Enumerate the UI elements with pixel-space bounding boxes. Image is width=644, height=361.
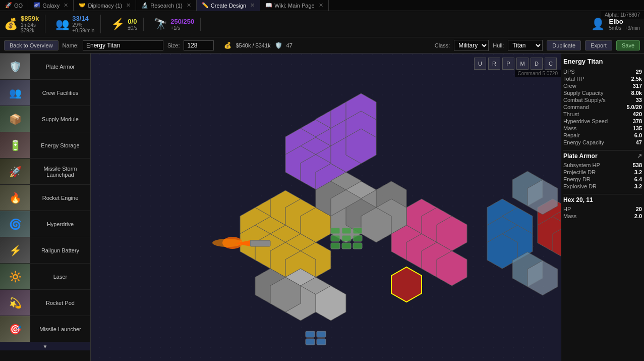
credits-time: 1m24s [21, 22, 39, 28]
energy-icon: ⚡ [111, 18, 125, 31]
redo-button[interactable]: R [488, 58, 500, 70]
stat-mass: Mass 135 [563, 125, 642, 132]
duplicate-button[interactable]: Duplicate [547, 40, 581, 50]
toolbar: Back to Overview Name: Size: 💰 $540k / $… [0, 37, 644, 54]
tab-close-diplomacy[interactable]: ✕ [126, 2, 131, 9]
tab-go[interactable]: 🚀 GO [0, 0, 28, 11]
ship-design-canvas[interactable]: U R P M D C Command 5.0720 [91, 54, 561, 361]
population-pct: 29% [72, 22, 94, 28]
credits-icon: 💰 [4, 18, 18, 31]
class-label: Class: [435, 42, 450, 48]
component-rocket-engine[interactable]: 🔥 Rocket Engine [0, 185, 90, 211]
plate-armor-cursor: ↗ [637, 152, 642, 160]
credits-value: $859k [21, 15, 39, 22]
hyperdrive-thumbnail: 🌀 [0, 211, 30, 237]
missile-launcher-thumbnail: 🎯 [0, 316, 30, 342]
save-button[interactable]: Save [616, 40, 640, 50]
ship-name-input[interactable] [83, 40, 163, 50]
research-group: 🔭 250/250 +1/s [154, 18, 201, 31]
svg-rect-84 [353, 235, 362, 241]
scroll-down-button[interactable]: ▼ [0, 342, 90, 350]
stat-explosive-dr: Explosive DR 3.2 [563, 183, 642, 190]
svg-rect-87 [353, 243, 362, 249]
hex-info-title: Hex 20, 11 [563, 196, 642, 203]
user-icon: 👤 [591, 18, 605, 31]
crew-facilities-thumbnail: 👥 [0, 80, 30, 106]
rocket-engine-thumbnail: 🔥 [0, 185, 30, 211]
svg-rect-88 [306, 331, 315, 337]
tab-close-wiki[interactable]: ✕ [319, 2, 323, 9]
rocket-engine-label: Rocket Engine [30, 195, 90, 201]
component-energy-storage[interactable]: 🔋 Energy Storage [0, 132, 90, 159]
center-button[interactable]: C [545, 58, 557, 70]
population-group: 👥 33/14 29% +0.59/min [55, 15, 101, 33]
component-railgun-battery[interactable]: ⚡ Railgun Battery [0, 237, 90, 264]
stat-projectile-dr: Projectile DR 3.2 [563, 169, 642, 176]
tab-wiki[interactable]: 📖 Wiki: Main Page ✕ [260, 0, 328, 11]
hull-select[interactable]: Titan Cruiser Frigate [508, 40, 543, 51]
undo-button[interactable]: U [474, 58, 486, 70]
svg-rect-85 [331, 243, 340, 249]
svg-rect-82 [331, 235, 340, 241]
stat-supply-capacity: Supply Capacity 8.0k [563, 89, 642, 96]
tab-galaxy[interactable]: 🌌 Galaxy ✕ [28, 0, 74, 11]
canvas-controls: U R P M D C [474, 58, 557, 70]
missile-storm-label: Missile Storm Launchpad [30, 166, 90, 178]
tab-close-galaxy[interactable]: ✕ [64, 2, 68, 9]
laser-thumbnail: 🔆 [0, 264, 30, 290]
component-supply-module[interactable]: 📦 Supply Module [0, 106, 90, 132]
svg-rect-79 [331, 228, 340, 234]
railgun-battery-label: Railgun Battery [30, 247, 90, 253]
delete-button[interactable]: D [531, 58, 543, 70]
component-laser[interactable]: 🔆 Laser [0, 264, 90, 290]
research-icon: 🔬 [141, 2, 148, 9]
component-crew-facilities[interactable]: 👥 Crew Facilities [0, 80, 90, 106]
component-hyperdrive[interactable]: 🌀 Hyperdrive [0, 211, 90, 237]
export-button[interactable]: Export [585, 40, 612, 50]
component-missile-storm[interactable]: 🚀 Missile Storm Launchpad [0, 159, 90, 185]
plate-armor-section-title: Plate Armor ↗ [563, 150, 642, 160]
shield-value: 47 [286, 42, 292, 48]
missile-storm-thumbnail: 🚀 [0, 159, 30, 185]
user-group: 👤 Eibo 5m0s +9/min [591, 18, 640, 31]
tab-research[interactable]: 🔬 Research (1) ✕ [136, 0, 197, 11]
research-rate: +1/s [170, 25, 194, 31]
population-icon: 👥 [55, 18, 69, 31]
research-icon: 🔭 [154, 18, 167, 31]
research-value: 250/250 [170, 18, 194, 25]
version-display: Command 5.0720 [515, 70, 561, 77]
energy-rate: ±0/s [128, 25, 137, 31]
diplomacy-icon: 🤝 [79, 2, 86, 9]
main-content: 🛡️ Plate Armor 👥 Crew Facilities 📦 Suppl… [0, 54, 644, 361]
population-rate: +0.59/min [72, 28, 94, 33]
pan-button[interactable]: P [502, 58, 514, 70]
class-select[interactable]: Military Civilian [454, 40, 489, 51]
tab-close-design[interactable]: ✕ [250, 2, 255, 9]
mirror-button[interactable]: M [516, 58, 529, 70]
component-missile-launcher[interactable]: 🎯 Missile Launcher [0, 316, 90, 342]
alpha-badge: Alpha: 1b78807 [601, 11, 644, 19]
user-rate: +9/min [625, 25, 640, 31]
tab-close-research[interactable]: ✕ [187, 2, 191, 9]
laser-label: Laser [30, 274, 90, 280]
stat-command: Command 5.0/20 [563, 104, 642, 111]
svg-rect-89 [317, 331, 326, 337]
name-label: Name: [63, 42, 79, 48]
tab-create-design[interactable]: ✏️ Create Design ✕ [197, 0, 260, 11]
component-panel: 🛡️ Plate Armor 👥 Crew Facilities 📦 Suppl… [0, 54, 91, 361]
back-overview-button[interactable]: Back to Overview [4, 40, 58, 50]
plate-armor-label: Plate Armor [30, 64, 90, 70]
component-rocket-pod[interactable]: 💫 Rocket Pod [0, 290, 90, 316]
resource-bar: 💰 $859k 1m24s $792k 👥 33/14 29% +0.59/mi… [0, 11, 644, 37]
ship-stats-title: Energy Titan [563, 58, 642, 65]
stat-thrust: Thrust 420 [563, 111, 642, 118]
crew-facilities-label: Crew Facilities [30, 90, 90, 96]
svg-rect-90 [306, 339, 315, 345]
component-plate-armor[interactable]: 🛡️ Plate Armor [0, 54, 90, 80]
energy-storage-thumbnail: 🔋 [0, 132, 30, 159]
galaxy-icon: 🌌 [33, 2, 40, 9]
tab-diplomacy[interactable]: 🤝 Diplomacy (1) ✕ [74, 0, 136, 11]
ship-size-input[interactable] [184, 40, 214, 50]
ship-stats-panel: Energy Titan DPS 29 Total HP 2.5k Crew 3… [561, 54, 644, 361]
tab-bar: 🚀 GO 🌌 Galaxy ✕ 🤝 Diplomacy (1) ✕ 🔬 Rese… [0, 0, 644, 11]
